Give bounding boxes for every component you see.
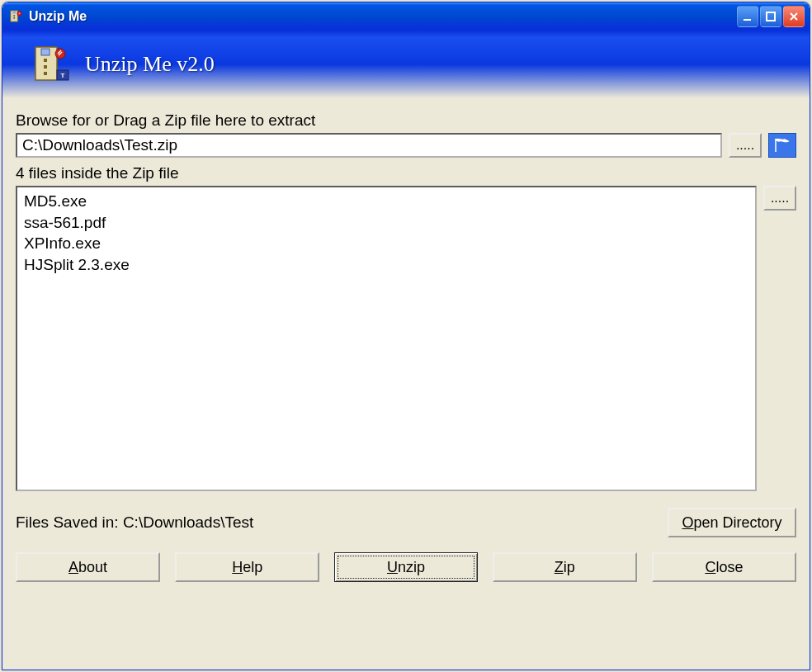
svg-rect-2	[13, 15, 15, 17]
close-button[interactable]: Close	[652, 552, 796, 582]
flag-icon-button[interactable]	[768, 133, 796, 158]
zip-button[interactable]: Zip	[493, 552, 637, 582]
status-text: Files Saved in: C:\Downloads\Test	[16, 513, 253, 532]
list-item[interactable]: MD5.exe	[24, 191, 748, 212]
list-item[interactable]: XPInfo.exe	[24, 233, 748, 254]
svg-rect-9	[44, 59, 47, 62]
svg-text:T: T	[61, 72, 65, 79]
app-icon	[7, 8, 24, 25]
browse-button[interactable]: .....	[729, 133, 762, 158]
maximize-button[interactable]	[760, 6, 781, 27]
filelist-more-button[interactable]: .....	[763, 186, 796, 211]
svg-point-4	[17, 12, 21, 16]
svg-rect-1	[12, 12, 16, 14]
svg-rect-8	[41, 49, 50, 55]
list-item[interactable]: HJSplit 2.3.exe	[24, 254, 748, 276]
close-window-button[interactable]	[783, 6, 805, 27]
banner: T Unzip Me v2.0	[2, 31, 810, 98]
window-title: Unzip Me	[29, 9, 737, 24]
banner-title: Unzip Me v2.0	[85, 52, 215, 77]
svg-rect-10	[44, 65, 47, 69]
help-button[interactable]: Help	[175, 552, 319, 582]
svg-rect-11	[44, 72, 47, 75]
svg-rect-6	[767, 12, 775, 21]
unzip-button[interactable]: Unzip	[334, 552, 477, 582]
filelist-label: 4 files inside the Zip file	[16, 164, 796, 182]
svg-rect-5	[744, 19, 751, 21]
list-item[interactable]: ssa-561.pdf	[24, 212, 748, 234]
titlebar[interactable]: Unzip Me	[2, 2, 810, 31]
browse-label: Browse for or Drag a Zip file here to ex…	[16, 111, 796, 130]
zip-path-input[interactable]	[16, 133, 722, 158]
about-button[interactable]: About	[16, 552, 160, 582]
file-list[interactable]: MD5.exessa-561.pdfXPInfo.exeHJSplit 2.3.…	[16, 186, 757, 491]
svg-rect-3	[13, 17, 15, 19]
minimize-button[interactable]	[737, 6, 758, 27]
banner-icon: T	[27, 42, 72, 87]
open-directory-button[interactable]: Open Directory	[668, 508, 796, 537]
